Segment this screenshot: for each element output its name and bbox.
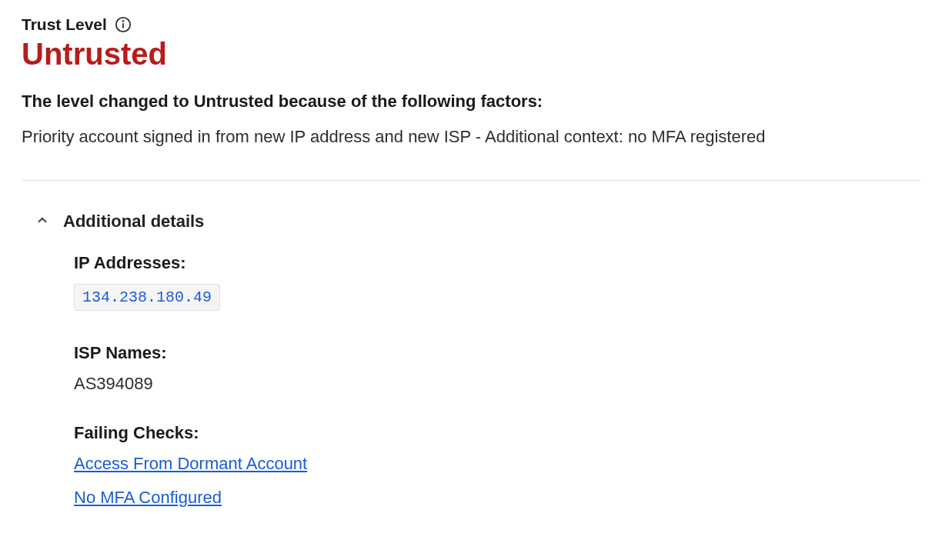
info-icon[interactable] (115, 16, 132, 33)
ip-addresses-label: IP Addresses: (74, 253, 920, 273)
ip-address-badge[interactable]: 134.238.180.49 (74, 284, 220, 311)
svg-point-2 (122, 21, 123, 22)
failing-checks-group: Failing Checks: Access From Dormant Acco… (74, 423, 920, 508)
additional-details-section: Additional details IP Addresses: 134.238… (22, 212, 920, 508)
explanation-text: Priority account signed in from new IP a… (22, 125, 920, 149)
additional-details-content: IP Addresses: 134.238.180.49 ISP Names: … (35, 253, 920, 508)
trust-level-label: Trust Level (22, 15, 107, 34)
additional-details-title: Additional details (63, 212, 204, 232)
isp-name-value: AS394089 (74, 374, 920, 394)
isp-names-group: ISP Names: AS394089 (74, 343, 920, 394)
ip-addresses-group: IP Addresses: 134.238.180.49 (74, 253, 920, 337)
trust-level-value: Untrusted (22, 37, 920, 72)
failing-checks-label: Failing Checks: (74, 423, 920, 443)
failing-check-link[interactable]: Access From Dormant Account (74, 454, 307, 474)
chevron-up-icon (35, 213, 49, 230)
additional-details-toggle[interactable]: Additional details (35, 212, 920, 232)
isp-names-label: ISP Names: (74, 343, 920, 363)
explanation-heading: The level changed to Untrusted because o… (22, 92, 920, 112)
divider (22, 180, 920, 181)
failing-check-link[interactable]: No MFA Configured (74, 488, 222, 508)
trust-level-header: Trust Level (22, 15, 920, 34)
